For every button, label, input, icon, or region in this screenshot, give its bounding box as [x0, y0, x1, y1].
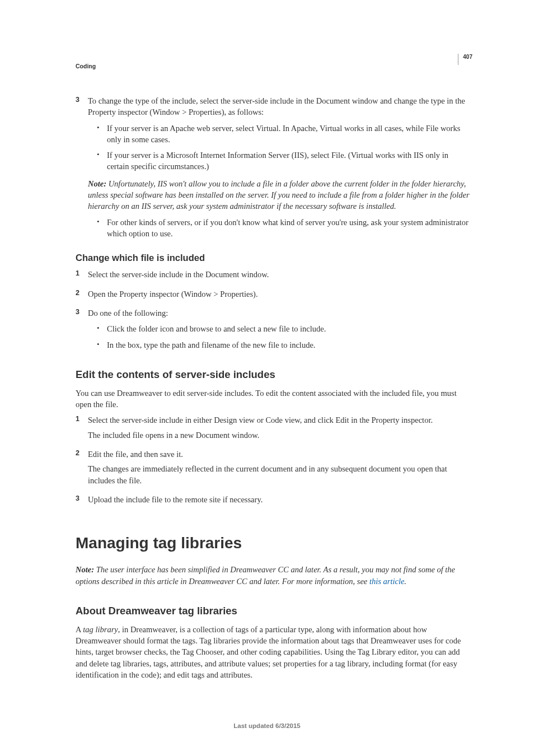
step-text: Upload the include file to the remote si… — [88, 495, 263, 504]
note-text: Unfortunately, IIS won't allow you to in… — [88, 179, 470, 211]
body-text: 3 To change the type of the include, sel… — [76, 95, 472, 680]
step-3: 3 Upload the include file to the remote … — [76, 494, 472, 505]
page-number: 407 — [463, 54, 472, 60]
step-number: 2 — [76, 288, 79, 298]
step-2: 2 Edit the file, and then save it. The c… — [76, 449, 472, 486]
step-text: Open the Property inspector (Window > Pr… — [88, 290, 258, 298]
top-note: Note: The user interface has been simpli… — [76, 564, 472, 587]
list-item: Click the folder icon and browse to and … — [97, 323, 472, 334]
step-text: Edit the file, and then save it. — [88, 450, 183, 459]
step-number: 1 — [76, 414, 79, 424]
heading-managing-tag-libraries: Managing tag libraries — [76, 532, 472, 554]
running-header: Coding — [76, 63, 472, 69]
edit-ssi-steps: 1 Select the server-side include in eith… — [76, 414, 472, 505]
heading-about-tag-libraries: About Dreamweaver tag libraries — [76, 604, 472, 618]
footer-last-updated: Last updated 6/3/2015 — [0, 722, 534, 729]
change-file-steps: 1 Select the server-side include in the … — [76, 269, 472, 350]
continued-steps: 3 To change the type of the include, sel… — [76, 95, 472, 239]
step-3-bullets-bottom: For other kinds of servers, or if you do… — [88, 217, 472, 240]
heading-change-file: Change which file is included — [76, 251, 472, 264]
para-b: , in Dreamweaver, is a collection of tag… — [76, 625, 461, 679]
list-item: If your server is a Microsoft Internet I… — [97, 150, 472, 172]
step-3: 3 To change the type of the include, sel… — [76, 95, 472, 239]
note-label: Note: — [76, 565, 94, 574]
step-number: 3 — [76, 307, 79, 318]
list-item: For other kinds of servers, or if you do… — [97, 217, 472, 240]
step-3-sub-bullets: Click the folder icon and browse to and … — [88, 323, 472, 351]
page-number-container: 407 — [458, 54, 472, 65]
step-number: 1 — [76, 269, 79, 279]
step-3-bullets-top: If your server is an Apache web server, … — [88, 123, 472, 172]
note-label: Note: — [88, 179, 106, 188]
list-item: If your server is an Apache web server, … — [97, 123, 472, 146]
step-number: 2 — [76, 449, 79, 459]
heading-edit-ssi: Edit the contents of server-side include… — [76, 367, 472, 382]
step-2: 2 Open the Property inspector (Window > … — [76, 288, 472, 300]
step-text: To change the type of the include, selec… — [88, 96, 465, 116]
step-text: Select the server-side include in the Do… — [88, 270, 269, 279]
note-text-b: . — [404, 577, 406, 586]
about-paragraph: A tag library, in Dreamweaver, is a coll… — [76, 624, 472, 680]
this-article-link[interactable]: this article — [369, 577, 404, 586]
step-1: 1 Select the server-side include in the … — [76, 269, 472, 280]
step-number: 3 — [76, 95, 79, 105]
step-text: Select the server-side include in either… — [88, 416, 433, 424]
step-1: 1 Select the server-side include in eith… — [76, 414, 472, 441]
term-tag-library: tag library — [83, 625, 118, 634]
note-block: Note: Unfortunately, IIS won't allow you… — [88, 178, 472, 212]
step-3: 3 Do one of the following: Click the fol… — [76, 307, 472, 351]
step-number: 3 — [76, 494, 79, 504]
step-result: The included file opens in a new Documen… — [88, 430, 472, 441]
step-result: The changes are immediately reflected in… — [88, 463, 472, 486]
step-text: Do one of the following: — [88, 309, 168, 318]
para-a: A — [76, 625, 83, 634]
list-item: In the box, type the path and filename o… — [97, 339, 472, 351]
page: 407 Coding 3 To change the type of the i… — [0, 0, 534, 756]
intro-paragraph: You can use Dreamweaver to edit server-s… — [76, 388, 472, 410]
